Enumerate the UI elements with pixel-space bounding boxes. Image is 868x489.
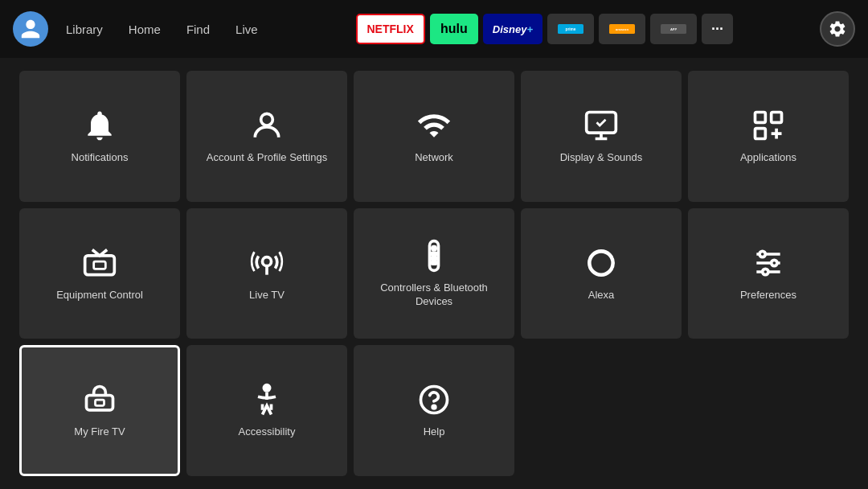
remote-icon bbox=[416, 238, 452, 273]
wifi-icon bbox=[416, 108, 452, 143]
tile-livetv[interactable]: Live TV bbox=[186, 208, 347, 339]
svg-text:prime: prime bbox=[566, 27, 576, 31]
tile-controllers-label: Controllers & Bluetooth Devices bbox=[363, 281, 505, 309]
tile-display[interactable]: Display & Sounds bbox=[521, 71, 682, 202]
bell-icon bbox=[82, 108, 117, 143]
tile-network-label: Network bbox=[415, 151, 453, 165]
person-icon bbox=[249, 108, 285, 143]
sliders-icon bbox=[751, 245, 786, 281]
settings-main: Notifications Account & Profile Settings bbox=[0, 58, 868, 489]
svg-text:APP: APP bbox=[670, 27, 678, 31]
apps-icon bbox=[751, 108, 786, 143]
tile-preferences-label: Preferences bbox=[740, 289, 796, 302]
svg-rect-18 bbox=[432, 261, 436, 264]
tile-accessibility-label: Accessibility bbox=[239, 425, 296, 439]
firetv-icon bbox=[82, 382, 117, 417]
nav-find[interactable]: Find bbox=[175, 18, 221, 41]
svg-rect-11 bbox=[85, 255, 115, 274]
tile-notifications[interactable]: Notifications bbox=[19, 71, 180, 202]
tile-preferences[interactable]: Preferences bbox=[688, 208, 849, 339]
hulu-button[interactable]: hulu bbox=[430, 14, 478, 44]
netflix-button[interactable]: NETFLIX bbox=[356, 14, 425, 44]
tile-help-label: Help bbox=[424, 425, 445, 439]
more-apps-button[interactable]: ··· bbox=[702, 14, 733, 44]
tile-notifications-label: Notifications bbox=[72, 151, 129, 165]
settings-button[interactable] bbox=[820, 11, 855, 47]
tile-controllers[interactable]: Controllers & Bluetooth Devices bbox=[354, 208, 514, 339]
tile-equipment[interactable]: Equipment Control bbox=[19, 208, 180, 339]
tile-display-label: Display & Sounds bbox=[560, 151, 643, 165]
svg-point-6 bbox=[261, 113, 273, 125]
tile-network[interactable]: Network bbox=[354, 71, 514, 202]
tile-account-label: Account & Profile Settings bbox=[207, 151, 327, 165]
svg-rect-12 bbox=[94, 261, 106, 269]
nav-live[interactable]: Live bbox=[224, 18, 269, 41]
svg-point-25 bbox=[264, 385, 269, 391]
disney-button[interactable]: Disney+ bbox=[483, 14, 542, 44]
tile-account[interactable]: Account & Profile Settings bbox=[186, 71, 347, 202]
tile-applications-label: Applications bbox=[740, 151, 796, 165]
svg-point-15 bbox=[432, 247, 436, 250]
svg-text:amazon: amazon bbox=[616, 27, 629, 31]
extra-app-button[interactable]: APP bbox=[650, 14, 697, 44]
svg-rect-24 bbox=[96, 400, 104, 405]
svg-rect-23 bbox=[87, 396, 113, 410]
tile-alexa-label: Alexa bbox=[588, 289, 615, 302]
nav-home[interactable]: Home bbox=[117, 18, 172, 41]
tile-help[interactable]: Help bbox=[354, 345, 514, 476]
svg-point-21 bbox=[772, 260, 777, 265]
svg-rect-17 bbox=[432, 257, 436, 260]
tile-livetv-label: Live TV bbox=[249, 289, 285, 302]
svg-point-22 bbox=[763, 269, 768, 274]
svg-rect-10 bbox=[755, 129, 766, 139]
user-avatar[interactable] bbox=[13, 11, 48, 47]
top-navigation: Library Home Find Live NETFLIX hulu Disn… bbox=[0, 0, 868, 58]
svg-rect-8 bbox=[755, 112, 766, 122]
accessibility-icon bbox=[249, 382, 285, 417]
nav-links: Library Home Find Live bbox=[55, 18, 269, 41]
display-icon bbox=[583, 108, 619, 143]
settings-grid: Notifications Account & Profile Settings bbox=[19, 71, 849, 476]
svg-point-27 bbox=[432, 406, 436, 409]
prime-video-button[interactable]: prime bbox=[547, 14, 594, 44]
tile-myfiretv[interactable]: My Fire TV bbox=[19, 345, 180, 476]
svg-point-13 bbox=[263, 257, 272, 265]
tile-equipment-label: Equipment Control bbox=[56, 289, 143, 302]
tile-accessibility[interactable]: Accessibility bbox=[186, 345, 347, 476]
svg-point-19 bbox=[589, 251, 612, 274]
tv-icon bbox=[82, 245, 117, 281]
antenna-icon bbox=[249, 245, 285, 281]
amazon-button[interactable]: amazon bbox=[599, 14, 645, 44]
help-icon bbox=[416, 382, 452, 417]
svg-rect-9 bbox=[772, 112, 782, 122]
tile-applications[interactable]: Applications bbox=[688, 71, 849, 202]
tile-alexa[interactable]: Alexa bbox=[521, 208, 682, 339]
app-shortcuts: NETFLIX hulu Disney+ prime amazon APP ··… bbox=[276, 14, 813, 44]
tile-myfiretv-label: My Fire TV bbox=[74, 425, 125, 439]
nav-library[interactable]: Library bbox=[55, 18, 114, 41]
svg-point-20 bbox=[760, 251, 765, 257]
svg-rect-16 bbox=[432, 253, 436, 255]
alexa-icon bbox=[583, 245, 619, 281]
